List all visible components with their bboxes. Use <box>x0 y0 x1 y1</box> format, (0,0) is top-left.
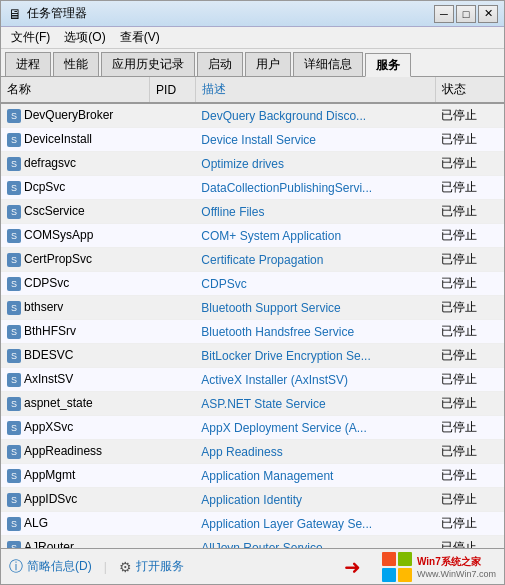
info-label[interactable]: 简略信息(D) <box>27 558 92 575</box>
services-table-container[interactable]: 名称 PID 描述 状态 SDevQueryBrokerDevQuery Bac… <box>1 77 504 548</box>
status-bar: ⓘ 简略信息(D) | ⚙ 打开服务 ➜ Win7系统之家 Www.WinWin… <box>1 548 504 584</box>
cell-status: 已停止 <box>435 392 504 416</box>
tab-services[interactable]: 服务 <box>365 53 411 77</box>
cell-status: 已停止 <box>435 368 504 392</box>
cell-desc: Offline Files <box>195 200 435 224</box>
cell-pid <box>150 248 196 272</box>
cell-name: SCscService <box>1 200 150 224</box>
open-services-label[interactable]: 打开服务 <box>136 558 184 575</box>
minimize-button[interactable]: ─ <box>434 5 454 23</box>
close-button[interactable]: ✕ <box>478 5 498 23</box>
menu-bar: 文件(F) 选项(O) 查看(V) <box>1 27 504 49</box>
tab-users[interactable]: 用户 <box>245 52 291 76</box>
watermark-text: Win7系统之家 Www.WinWin7.com <box>417 555 496 579</box>
cell-name: SDcpSvc <box>1 176 150 200</box>
cell-name: SCDPSvc <box>1 272 150 296</box>
cell-desc: COM+ System Application <box>195 224 435 248</box>
cell-pid <box>150 176 196 200</box>
table-row[interactable]: Saspnet_stateASP.NET State Service已停止 <box>1 392 504 416</box>
tab-app-history[interactable]: 应用历史记录 <box>101 52 195 76</box>
header-status[interactable]: 状态 <box>435 77 504 103</box>
cell-name: SAppReadiness <box>1 440 150 464</box>
cell-desc: DevQuery Background Disco... <box>195 103 435 128</box>
cell-pid <box>150 296 196 320</box>
table-row[interactable]: SAJRouterAllJoyn Router Service已停止 <box>1 536 504 549</box>
table-row[interactable]: SBthHFSrvBluetooth Handsfree Service已停止 <box>1 320 504 344</box>
cell-name: Sbthserv <box>1 296 150 320</box>
watermark-logo-text: Win7系统之家 <box>417 555 496 569</box>
cell-pid <box>150 416 196 440</box>
cell-status: 已停止 <box>435 416 504 440</box>
arrow-icon: ➜ <box>344 555 361 579</box>
cell-status: 已停止 <box>435 176 504 200</box>
svg-rect-3 <box>398 568 412 582</box>
cell-desc: Device Install Service <box>195 128 435 152</box>
tab-details[interactable]: 详细信息 <box>293 52 363 76</box>
cell-status: 已停止 <box>435 512 504 536</box>
cell-pid <box>150 200 196 224</box>
cell-desc: Application Management <box>195 464 435 488</box>
table-row[interactable]: SAxInstSVActiveX Installer (AxInstSV)已停止 <box>1 368 504 392</box>
cell-pid <box>150 224 196 248</box>
cell-status: 已停止 <box>435 488 504 512</box>
table-row[interactable]: SbthservBluetooth Support Service已停止 <box>1 296 504 320</box>
cell-status: 已停止 <box>435 128 504 152</box>
cell-status: 已停止 <box>435 320 504 344</box>
header-desc[interactable]: 描述 <box>195 77 435 103</box>
table-row[interactable]: SALGApplication Layer Gateway Se...已停止 <box>1 512 504 536</box>
table-row[interactable]: SCDPSvcCDPSvc已停止 <box>1 272 504 296</box>
cell-desc: AppX Deployment Service (A... <box>195 416 435 440</box>
content-area: 名称 PID 描述 状态 SDevQueryBrokerDevQuery Bac… <box>1 77 504 548</box>
svg-rect-0 <box>382 552 396 566</box>
services-table: 名称 PID 描述 状态 SDevQueryBrokerDevQuery Bac… <box>1 77 504 548</box>
tab-bar: 进程 性能 应用历史记录 启动 用户 详细信息 服务 <box>1 49 504 77</box>
table-row[interactable]: SAppXSvcAppX Deployment Service (A...已停止 <box>1 416 504 440</box>
tab-process[interactable]: 进程 <box>5 52 51 76</box>
table-row[interactable]: SCscServiceOffline Files已停止 <box>1 200 504 224</box>
gear-icon: ⚙ <box>119 559 132 575</box>
table-row[interactable]: SAppIDSvcApplication Identity已停止 <box>1 488 504 512</box>
cell-name: Sdefragsvc <box>1 152 150 176</box>
table-row[interactable]: SDevQueryBrokerDevQuery Background Disco… <box>1 103 504 128</box>
title-bar-buttons: ─ □ ✕ <box>434 5 498 23</box>
svg-rect-1 <box>398 552 412 566</box>
cell-name: SBthHFSrv <box>1 320 150 344</box>
cell-name: SAJRouter <box>1 536 150 549</box>
cell-status: 已停止 <box>435 272 504 296</box>
table-row[interactable]: SdefragsvcOptimize drives已停止 <box>1 152 504 176</box>
table-row[interactable]: SBDESVCBitLocker Drive Encryption Se...已… <box>1 344 504 368</box>
table-row[interactable]: SDcpSvcDataCollectionPublishingServi...已… <box>1 176 504 200</box>
table-row[interactable]: SAppReadinessApp Readiness已停止 <box>1 440 504 464</box>
cell-pid <box>150 464 196 488</box>
cell-status: 已停止 <box>435 440 504 464</box>
open-services-btn[interactable]: ⚙ 打开服务 <box>119 558 184 575</box>
cell-desc: BitLocker Drive Encryption Se... <box>195 344 435 368</box>
tab-performance[interactable]: 性能 <box>53 52 99 76</box>
table-row[interactable]: SCertPropSvcCertificate Propagation已停止 <box>1 248 504 272</box>
cell-pid <box>150 103 196 128</box>
menu-view[interactable]: 查看(V) <box>114 27 166 48</box>
table-row[interactable]: SAppMgmtApplication Management已停止 <box>1 464 504 488</box>
menu-options[interactable]: 选项(O) <box>58 27 111 48</box>
window-icon: 🖥 <box>7 6 23 22</box>
cell-status: 已停止 <box>435 296 504 320</box>
cell-name: SAppIDSvc <box>1 488 150 512</box>
tab-startup[interactable]: 启动 <box>197 52 243 76</box>
maximize-button[interactable]: □ <box>456 5 476 23</box>
table-row[interactable]: SCOMSysAppCOM+ System Application已停止 <box>1 224 504 248</box>
cell-desc: Application Layer Gateway Se... <box>195 512 435 536</box>
cell-status: 已停止 <box>435 152 504 176</box>
cell-status: 已停止 <box>435 200 504 224</box>
table-row[interactable]: SDeviceInstallDevice Install Service已停止 <box>1 128 504 152</box>
cell-name: SAxInstSV <box>1 368 150 392</box>
menu-file[interactable]: 文件(F) <box>5 27 56 48</box>
header-name[interactable]: 名称 <box>1 77 150 103</box>
cell-status: 已停止 <box>435 224 504 248</box>
cell-status: 已停止 <box>435 248 504 272</box>
cell-name: SCertPropSvc <box>1 248 150 272</box>
header-pid[interactable]: PID <box>150 77 196 103</box>
cell-pid <box>150 272 196 296</box>
cell-pid <box>150 368 196 392</box>
cell-desc: Certificate Propagation <box>195 248 435 272</box>
cell-pid <box>150 488 196 512</box>
